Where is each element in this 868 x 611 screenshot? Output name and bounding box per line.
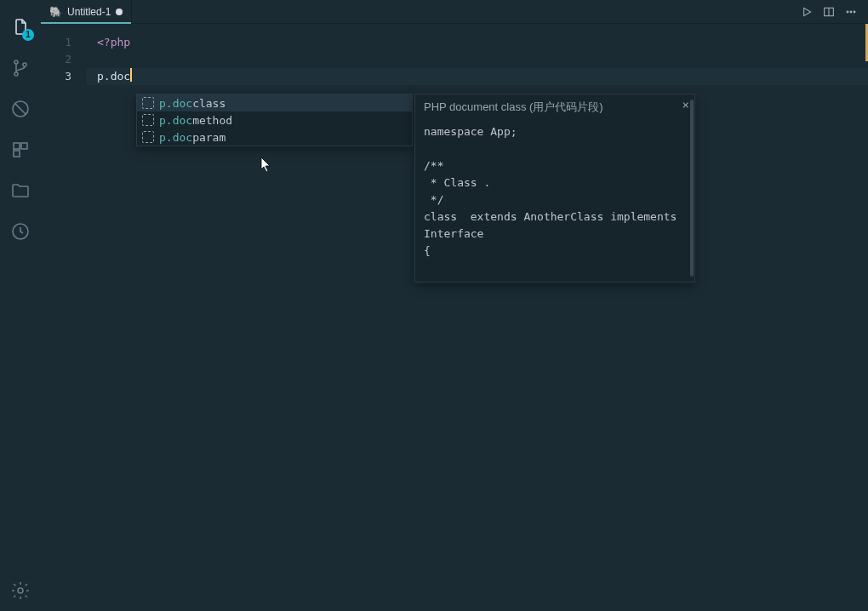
suggest-item-param[interactable]: p.docparam [137,128,412,146]
suggest-label: p.docparam [159,131,226,144]
suggest-docs-body: namespace App; /** * Class . */ class ex… [424,123,686,260]
line-number: 2 [41,51,87,68]
activity-explorer[interactable]: 1 [0,7,41,48]
editor-header-actions [800,0,868,23]
clock-circle-icon [10,221,31,242]
svg-point-10 [847,11,848,13]
code-token-php-open: <?php [97,36,130,49]
svg-point-2 [23,63,26,66]
docs-scrollbar[interactable] [690,100,694,277]
suggest-label: p.docmethod [159,114,232,127]
branch-icon [10,58,31,78]
suggest-docs-panel: × PHP document class (用户代码片段) namespace … [414,94,695,283]
gear-icon [10,580,31,601]
svg-point-12 [854,11,855,13]
tab-label: Untitled-1 [67,6,111,18]
activity-folder[interactable] [0,170,41,211]
snippet-icon [142,131,154,143]
split-editor-button[interactable] [822,5,836,19]
code-text: p.doc [97,70,130,83]
activity-extensions[interactable] [0,129,41,170]
dirty-indicator-icon [116,9,123,15]
suggest-label: p.docclass [159,97,226,110]
folder-icon [10,180,31,201]
svg-rect-6 [14,151,20,157]
explorer-badge: 1 [22,29,34,41]
suggest-widget[interactable]: p.docclass p.docmethod p.docparam [136,94,413,146]
activity-timeline[interactable] [0,211,41,252]
line-number-gutter: 1 2 3 [41,24,87,611]
svg-point-8 [18,588,23,593]
svg-rect-5 [21,143,27,149]
run-button[interactable] [800,5,814,19]
activity-bar: 1 [0,0,41,611]
activity-settings[interactable] [0,570,41,611]
suggest-item-class[interactable]: p.docclass [137,94,412,111]
line-number: 3 [41,68,87,85]
ellipsis-icon [844,5,858,19]
snippet-icon [142,114,154,126]
snippet-icon [142,97,154,109]
svg-point-1 [14,72,18,76]
svg-rect-4 [14,143,20,149]
suggest-docs-title: PHP document class (用户代码片段) [424,100,686,115]
play-icon [800,5,814,19]
suggest-item-method[interactable]: p.docmethod [137,111,412,128]
activity-scm[interactable] [0,48,41,89]
svg-point-11 [850,11,852,13]
activity-debug[interactable] [0,89,41,129]
extensions-icon [10,140,31,160]
svg-point-0 [14,60,18,64]
php-file-icon: 🐘 [49,6,62,18]
bug-slash-icon [10,99,31,119]
close-docs-button[interactable]: × [682,98,689,111]
tabs-bar: 🐘 Untitled-1 [41,0,868,24]
line-number: 1 [41,34,87,51]
tab-untitled-1[interactable]: 🐘 Untitled-1 [41,0,132,23]
split-panel-icon [822,5,836,19]
text-cursor [130,68,132,82]
more-actions-button[interactable] [844,5,858,19]
